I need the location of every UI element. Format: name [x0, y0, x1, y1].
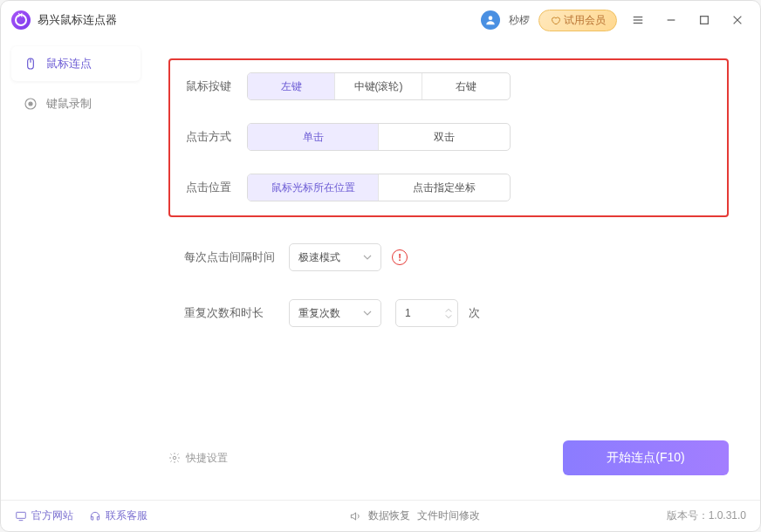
mouse-button-middle[interactable]: 中键(滚轮): [335, 73, 422, 99]
mouse-button-segment: 左键 中键(滚轮) 右键: [247, 72, 511, 100]
click-method-double[interactable]: 双击: [379, 124, 510, 150]
svg-rect-13: [17, 512, 26, 518]
app-title: 易兴鼠标连点器: [38, 12, 117, 28]
click-position-label: 点击位置: [186, 180, 247, 195]
svg-point-0: [489, 16, 493, 20]
app-window: 易兴鼠标连点器 秒椤 试用会员: [0, 0, 761, 532]
footer: 官方网站 联系客服 数据恢复 文件时间修改 版本号：1.0.31.0: [1, 500, 760, 531]
maximize-button[interactable]: [692, 8, 716, 32]
minimize-button[interactable]: [659, 8, 683, 32]
version-label: 版本号：1.0.31.0: [667, 508, 746, 523]
mouse-button-right[interactable]: 右键: [422, 73, 510, 99]
username[interactable]: 秒椤: [509, 13, 530, 28]
highlighted-settings-box: 鼠标按键 左键 中键(滚轮) 右键 点击方式 单击 双击 点击位置: [168, 58, 729, 217]
warning-icon[interactable]: !: [392, 249, 408, 265]
chevron-down-icon: [363, 253, 372, 262]
website-link[interactable]: 官方网站: [15, 508, 73, 523]
menu-button[interactable]: [626, 8, 650, 32]
close-button[interactable]: [725, 8, 750, 32]
headset-icon: [89, 510, 101, 522]
sidebar-item-label: 鼠标连点: [46, 56, 92, 72]
avatar-icon[interactable]: [481, 10, 500, 30]
click-method-single[interactable]: 单击: [248, 124, 379, 150]
click-position-coords[interactable]: 点击指定坐标: [379, 174, 510, 201]
interval-label: 每次点击间隔时间: [184, 249, 289, 265]
quick-settings-link[interactable]: 快捷设置: [168, 451, 228, 466]
mouse-icon: [24, 57, 38, 71]
svg-point-11: [29, 102, 32, 106]
gear-icon: [168, 452, 181, 464]
trial-member-button[interactable]: 试用会员: [538, 10, 617, 31]
speaker-icon: [349, 510, 361, 522]
click-method-label: 点击方式: [186, 129, 247, 145]
repeat-mode-select[interactable]: 重复次数: [289, 299, 381, 327]
content-panel: 鼠标按键 左键 中键(滚轮) 右键 点击方式 单击 双击 点击位置: [146, 43, 751, 491]
click-position-cursor[interactable]: 鼠标光标所在位置: [248, 174, 379, 201]
chevron-down-icon[interactable]: [445, 314, 452, 319]
support-link[interactable]: 联系客服: [89, 508, 147, 523]
monitor-icon: [15, 510, 27, 522]
repeat-count-stepper[interactable]: 1: [395, 299, 458, 327]
titlebar: 易兴鼠标连点器 秒椤 试用会员: [1, 1, 760, 39]
app-logo-icon: [11, 10, 31, 30]
mouse-button-label: 鼠标按键: [186, 78, 247, 94]
svg-rect-5: [701, 17, 709, 24]
start-button[interactable]: 开始连点(F10): [563, 440, 729, 475]
interval-mode-select[interactable]: 极速模式: [289, 243, 381, 271]
svg-point-12: [173, 456, 176, 460]
click-position-segment: 鼠标光标所在位置 点击指定坐标: [247, 174, 511, 201]
repeat-unit: 次: [469, 305, 480, 321]
chevron-down-icon: [363, 309, 372, 317]
repeat-label: 重复次数和时长: [184, 305, 289, 321]
data-restore-link[interactable]: 数据恢复: [368, 508, 410, 523]
chevron-up-icon[interactable]: [445, 308, 452, 313]
record-icon: [24, 97, 38, 111]
sidebar: 鼠标连点 键鼠录制: [6, 39, 146, 500]
sidebar-item-record[interactable]: 键鼠录制: [11, 86, 141, 121]
sidebar-item-label: 键鼠录制: [46, 96, 92, 112]
filetime-link[interactable]: 文件时间修改: [417, 508, 480, 523]
click-method-segment: 单击 双击: [247, 123, 511, 151]
sidebar-item-mouse-click[interactable]: 鼠标连点: [11, 46, 141, 81]
mouse-button-left[interactable]: 左键: [248, 73, 335, 99]
